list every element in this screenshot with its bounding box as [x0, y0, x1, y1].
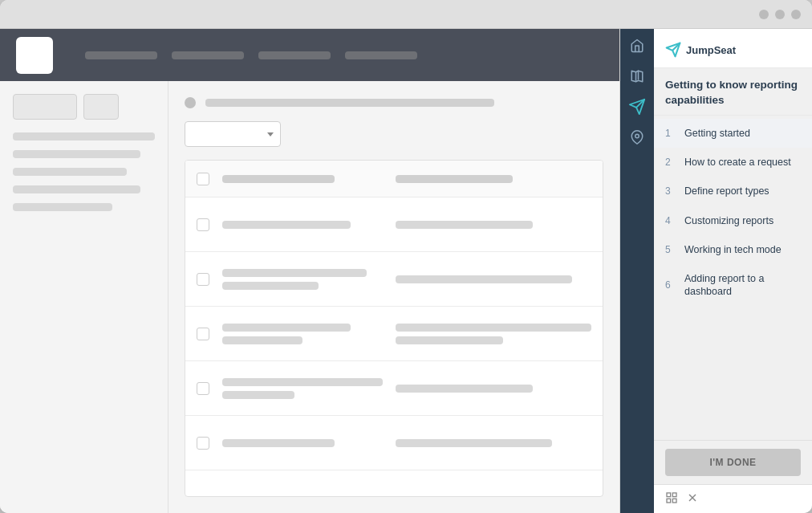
sidebar-primary-button[interactable]: [13, 94, 77, 120]
jumpseat-steps-list: 1 Getting started 2 How to create a requ…: [654, 116, 812, 440]
jumpseat-sidebar: [620, 29, 654, 513]
jumpseat-right: JumpSeat Getting to know reporting capab…: [654, 29, 812, 513]
cell-bar: [222, 439, 335, 447]
header-bar-1: [222, 175, 335, 183]
jumpseat-step-1[interactable]: 1 Getting started: [654, 119, 812, 148]
nav-item-2[interactable]: [172, 51, 244, 59]
row-1-col-1: [222, 221, 383, 229]
step-number-6: 6: [665, 279, 676, 291]
step-label-5: Working in tech mode: [684, 243, 782, 256]
table-row[interactable]: [185, 361, 603, 416]
header-col-1: [222, 175, 383, 183]
row-checkbox-3[interactable]: [197, 328, 209, 340]
header-col-2: [396, 175, 591, 183]
cell-bar: [396, 385, 533, 393]
cell-bar: [222, 378, 383, 386]
jumpseat-logo-icon: [665, 42, 681, 58]
header-nav: [85, 51, 417, 59]
jumpseat-title-section: Getting to know reporting capabilities: [654, 68, 812, 116]
row-checkbox-1[interactable]: [197, 218, 209, 231]
browser-window: JumpSeat Getting to know reporting capab…: [0, 0, 812, 513]
header-checkbox[interactable]: [197, 173, 209, 185]
search-bar: [185, 97, 603, 108]
svg-rect-8: [672, 493, 676, 497]
tour-icon[interactable]: [628, 67, 646, 85]
done-button[interactable]: I'M DONE: [665, 449, 801, 476]
cell-bar: [396, 439, 552, 447]
paper-plane-icon[interactable]: [628, 98, 646, 116]
sidebar-bar-5: [13, 203, 112, 211]
browser-dot-3: [791, 10, 801, 19]
search-dot: [185, 97, 196, 108]
nav-item-4[interactable]: [345, 51, 417, 59]
browser-chrome: [0, 0, 812, 29]
jumpseat-step-2[interactable]: 2 How to create a request: [654, 148, 812, 177]
row-2-col-2: [396, 275, 591, 283]
nav-item-1[interactable]: [85, 51, 157, 59]
home-icon[interactable]: [628, 37, 646, 55]
app-content: [168, 81, 619, 513]
svg-rect-10: [672, 499, 676, 503]
cell-bar: [396, 275, 572, 283]
grid-icon[interactable]: [665, 491, 678, 507]
jumpseat-step-6[interactable]: 6 Adding report to a dashboard: [654, 264, 812, 307]
nav-item-3[interactable]: [258, 51, 331, 59]
browser-dot-1: [759, 10, 769, 19]
app-container: JumpSeat Getting to know reporting capab…: [0, 29, 812, 513]
row-checkbox-5[interactable]: [197, 437, 209, 450]
svg-rect-9: [667, 499, 671, 503]
cell-bar: [222, 282, 319, 290]
sidebar-buttons: [13, 94, 155, 120]
sidebar-secondary-button[interactable]: [83, 94, 119, 120]
step-label-6: Adding report to a dashboard: [684, 272, 801, 299]
table-row[interactable]: [185, 252, 603, 307]
cell-bar: [396, 324, 591, 332]
filter-dropdown[interactable]: [185, 121, 603, 147]
cell-bar: [222, 324, 351, 332]
app-sidebar: [0, 81, 168, 513]
jumpseat-footer: I'M DONE: [654, 440, 812, 484]
step-label-4: Customizing reports: [684, 214, 773, 227]
close-icon[interactable]: [686, 491, 699, 507]
row-3-col-1: [222, 324, 383, 344]
logo-placeholder: [16, 37, 53, 74]
step-label-3: Define report types: [684, 185, 769, 197]
row-2-col-1: [222, 269, 383, 290]
row-1-col-2: [396, 221, 591, 229]
row-5-col-1: [222, 439, 383, 447]
sidebar-bar-4: [13, 185, 140, 193]
app-body: [0, 81, 619, 513]
jumpseat-header: JumpSeat: [654, 29, 812, 68]
jumpseat-title: Getting to know reporting capabilities: [665, 78, 801, 108]
jumpseat-logo-area: JumpSeat: [665, 42, 736, 58]
sidebar-bar-2: [13, 150, 140, 158]
jumpseat-panel: JumpSeat Getting to know reporting capab…: [619, 29, 812, 513]
jumpseat-brand-name: JumpSeat: [686, 44, 736, 56]
jumpseat-step-4[interactable]: 4 Customizing reports: [654, 206, 812, 235]
table-row[interactable]: [185, 307, 603, 361]
jumpseat-step-5[interactable]: 5 Working in tech mode: [654, 235, 812, 264]
row-checkbox-4[interactable]: [197, 382, 209, 395]
jumpseat-step-3[interactable]: 3 Define report types: [654, 177, 812, 206]
jumpseat-bottom-bar: [654, 484, 812, 513]
cell-bar: [222, 269, 367, 277]
step-label-2: How to create a request: [684, 156, 791, 169]
cell-bar: [222, 336, 302, 344]
row-4-col-2: [396, 385, 591, 393]
table-row[interactable]: [185, 197, 603, 252]
dropdown-box[interactable]: [185, 121, 281, 147]
row-5-col-2: [396, 439, 591, 447]
table-row[interactable]: [185, 416, 603, 470]
svg-rect-7: [667, 493, 671, 497]
cell-bar: [396, 221, 533, 229]
cell-bar: [396, 336, 503, 344]
row-3-col-2: [396, 324, 591, 344]
pin-icon[interactable]: [628, 128, 646, 146]
step-number-4: 4: [665, 215, 676, 226]
svg-point-4: [635, 134, 639, 138]
table-header-row: [185, 161, 603, 197]
step-label-1: Getting started: [684, 127, 750, 140]
cell-bar: [222, 391, 294, 399]
row-checkbox-2[interactable]: [197, 273, 209, 286]
step-number-5: 5: [665, 244, 676, 255]
